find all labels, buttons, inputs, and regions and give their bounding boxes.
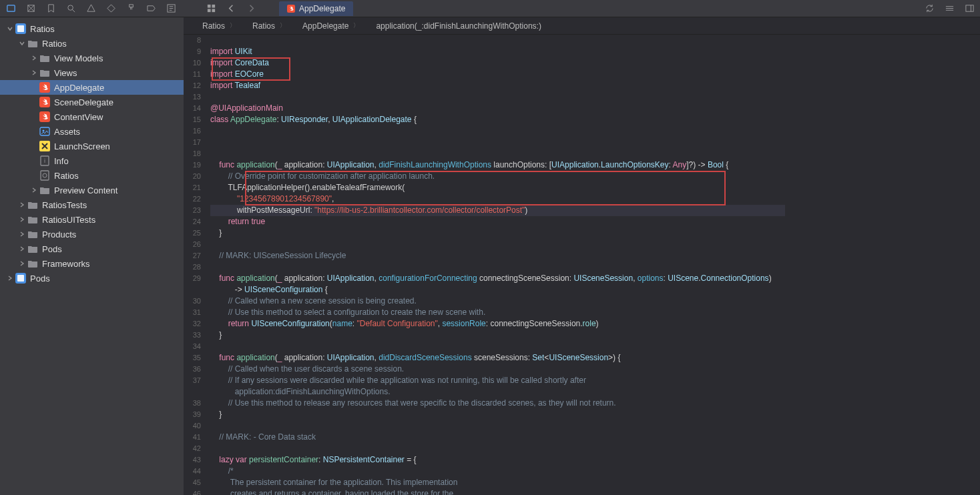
editor-tab[interactable]: AppDelegate — [279, 1, 353, 16]
code-line[interactable]: 37 // If any sessions were discarded whi… — [184, 375, 785, 398]
code-line[interactable]: 16 — [184, 125, 785, 137]
code-area[interactable]: 89import UIKit10import CoreData11import … — [184, 35, 980, 495]
line-source[interactable]: creates and returns a container, having … — [210, 488, 785, 495]
line-source[interactable]: "12345678901234567890", — [210, 193, 785, 205]
code-line[interactable]: 20 // Override point for customization a… — [184, 171, 785, 182]
code-line[interactable]: 41 // MARK: - Core Data stack — [184, 432, 785, 443]
line-source[interactable]: withPostMessageUrl: "https://lib-us-2.br… — [210, 205, 785, 216]
code-line[interactable]: 35 func application(_ application: UIApp… — [184, 352, 785, 364]
tree-row-info[interactable]: iInfo — [0, 153, 184, 168]
refresh-icon[interactable] — [924, 3, 935, 14]
code-line[interactable]: 25 } — [184, 227, 785, 239]
code-line[interactable]: 39 } — [184, 409, 785, 420]
code-line[interactable]: 38 // Use this method to release any res… — [184, 398, 785, 409]
tree-row-launchscreen[interactable]: LaunchScreen — [0, 139, 184, 153]
crumb-item[interactable]: application(_:didFinishLaunchingWithOpti… — [376, 21, 541, 31]
nav-breakpoint-icon[interactable] — [146, 3, 156, 14]
code-line[interactable]: 44 /* — [184, 466, 785, 477]
line-source[interactable]: lazy var persistentContainer: NSPersiste… — [210, 454, 785, 466]
tree-row-scenedelegate[interactable]: SceneDelegate — [0, 95, 184, 109]
adjust-icon[interactable] — [944, 3, 955, 14]
tree-row-ratios[interactable]: Ratios — [0, 21, 184, 36]
line-source[interactable] — [210, 35, 785, 46]
line-source[interactable] — [210, 148, 785, 159]
tree-row-preview-content[interactable]: Preview Content — [0, 183, 184, 197]
code-line[interactable]: 24 return true — [184, 216, 785, 227]
code-line[interactable]: 11import EOCore — [184, 69, 785, 80]
line-source[interactable]: return true — [210, 216, 785, 227]
code-line[interactable]: 13 — [184, 91, 785, 103]
back-icon[interactable] — [226, 3, 236, 14]
code-line[interactable]: 43 lazy var persistentContainer: NSPersi… — [184, 454, 785, 466]
code-line[interactable]: 27 // MARK: UISceneSession Lifecycle — [184, 250, 785, 262]
line-source[interactable]: } — [210, 409, 785, 420]
grid-icon[interactable] — [206, 3, 216, 14]
nav-bookmark-icon[interactable] — [45, 3, 56, 14]
code-line[interactable]: 42 — [184, 443, 785, 454]
code-line[interactable]: 23 withPostMessageUrl: "https://lib-us-2… — [184, 205, 785, 216]
code-line[interactable]: 46 creates and returns a container, havi… — [184, 488, 785, 495]
line-source[interactable] — [210, 91, 785, 103]
code-line[interactable]: 31 // Use this method to select a config… — [184, 307, 785, 318]
code-line[interactable]: 30 // Called when a new scene session is… — [184, 296, 785, 307]
line-source[interactable]: // MARK: - Core Data stack — [210, 432, 785, 443]
tree-row-views[interactable]: Views — [0, 65, 184, 80]
code-line[interactable]: 26 — [184, 239, 785, 250]
panels-icon[interactable] — [964, 3, 975, 14]
code-line[interactable]: 17 — [184, 137, 785, 148]
line-source[interactable] — [210, 341, 785, 352]
tree-row-products[interactable]: Products — [0, 227, 184, 241]
tree-row-ratios[interactable]: Ratios — [0, 36, 184, 51]
line-source[interactable]: import CoreData — [210, 57, 785, 69]
crumb-item[interactable]: AppDelegate — [302, 21, 348, 31]
line-source[interactable]: func application(_ application: UIApplic… — [210, 352, 785, 364]
tree-row-view-models[interactable]: View Models — [0, 51, 184, 65]
nav-files-icon[interactable] — [5, 3, 16, 14]
crumb-item[interactable]: Ratios — [202, 21, 225, 31]
code-line[interactable]: 15class AppDelegate: UIResponder, UIAppl… — [184, 114, 785, 125]
line-source[interactable]: @UIApplicationMain — [210, 103, 785, 114]
code-line[interactable]: 19 func application(_ application: UIApp… — [184, 159, 785, 171]
line-source[interactable]: func application(_ application: UIApplic… — [210, 159, 785, 171]
line-source[interactable]: // Override point for customization afte… — [210, 171, 785, 182]
code-line[interactable]: 29 func application(_ application: UIApp… — [184, 273, 785, 296]
line-source[interactable]: } — [210, 330, 785, 341]
code-line[interactable]: 14@UIApplicationMain — [184, 103, 785, 114]
code-line[interactable]: 45 The persistent container for the appl… — [184, 477, 785, 488]
code-line[interactable]: 36 // Called when the user discards a sc… — [184, 364, 785, 375]
code-line[interactable]: 8 — [184, 35, 785, 46]
line-source[interactable]: TLFApplicationHelper().enableTealeafFram… — [210, 182, 785, 193]
code-line[interactable]: 32 return UISceneConfiguration(name: "De… — [184, 318, 785, 330]
breadcrumb[interactable]: Ratios〉Ratios〉AppDelegate〉Mapplication(_… — [184, 17, 980, 35]
tree-row-assets[interactable]: Assets — [0, 124, 184, 139]
tree-row-ratios[interactable]: Ratios — [0, 168, 184, 183]
line-source[interactable]: // Called when a new scene session is be… — [210, 296, 785, 307]
nav-issue-icon[interactable] — [85, 3, 96, 14]
line-source[interactable]: import UIKit — [210, 46, 785, 57]
line-source[interactable]: } — [210, 227, 785, 239]
project-navigator[interactable]: RatiosRatiosView ModelsViewsAppDelegateS… — [0, 17, 184, 495]
code-line[interactable]: 22 "12345678901234567890", — [184, 193, 785, 205]
line-source[interactable] — [210, 262, 785, 273]
line-source[interactable]: // Use this method to release any resour… — [210, 398, 785, 409]
code-line[interactable]: 12import Tealeaf — [184, 80, 785, 91]
nav-test-icon[interactable] — [105, 3, 116, 14]
code-line[interactable]: 21 TLFApplicationHelper().enableTealeafF… — [184, 182, 785, 193]
code-line[interactable]: 9import UIKit — [184, 46, 785, 57]
line-source[interactable]: import EOCore — [210, 69, 785, 80]
code-line[interactable]: 40 — [184, 420, 785, 432]
line-source[interactable]: // Use this method to select a configura… — [210, 307, 785, 318]
tree-row-contentview[interactable]: ContentView — [0, 109, 184, 124]
line-source[interactable]: // MARK: UISceneSession Lifecycle — [210, 250, 785, 262]
line-source[interactable] — [210, 125, 785, 137]
nav-source-control-icon[interactable] — [25, 3, 36, 14]
line-source[interactable]: // If any sessions were discarded while … — [210, 375, 785, 398]
forward-icon[interactable] — [246, 3, 256, 14]
line-source[interactable] — [210, 420, 785, 432]
code-line[interactable]: 33 } — [184, 330, 785, 341]
crumb-item[interactable]: Ratios — [252, 21, 275, 31]
line-source[interactable]: class AppDelegate: UIResponder, UIApplic… — [210, 114, 785, 125]
tree-row-pods[interactable]: Pods — [0, 241, 184, 256]
line-source[interactable]: /* — [210, 466, 785, 477]
tree-row-appdelegate[interactable]: AppDelegate — [0, 80, 184, 95]
